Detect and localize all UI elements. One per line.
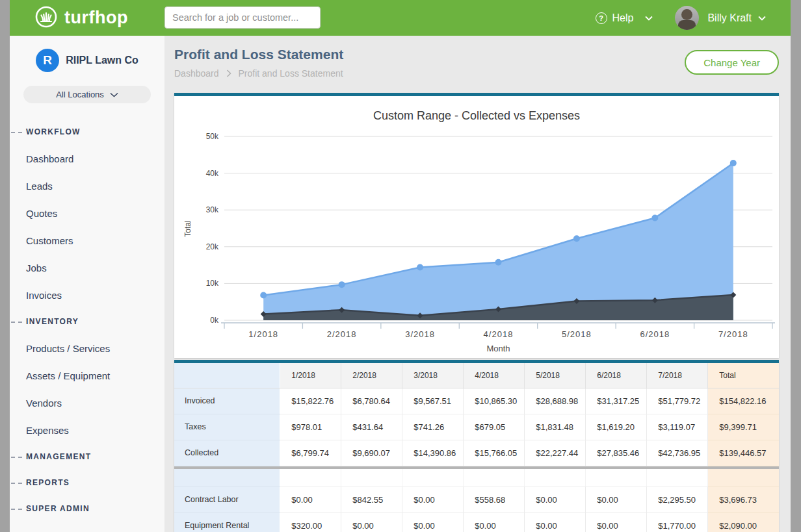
- table-cell: $27,835.46: [586, 440, 647, 466]
- table-cell: $15,766.05: [464, 440, 525, 466]
- table-cell: $0.00: [525, 487, 586, 513]
- table-cell: $1,619.20: [586, 414, 647, 440]
- help-label: Help: [612, 12, 634, 24]
- row-total: $9,399.71: [708, 414, 779, 440]
- x-axis-label: Month: [486, 344, 510, 353]
- collected-point-1-2018[interactable]: [260, 292, 267, 299]
- table-cell: $842.55: [341, 487, 402, 513]
- sidebar-nav: WORKFLOWDashboardLeadsQuotesCustomersJob…: [10, 119, 164, 522]
- table-cell: $42,736.95: [647, 440, 708, 466]
- sidebar-item-customers[interactable]: Customers: [10, 227, 164, 254]
- table-cell: $0.00: [525, 513, 586, 532]
- search-input[interactable]: [164, 6, 321, 29]
- collected-point-6-2018[interactable]: [651, 214, 658, 221]
- y-tick-label: 0k: [210, 316, 219, 325]
- y-tick-label: 40k: [206, 169, 219, 178]
- table-cell: $679.05: [464, 414, 525, 440]
- sidebar-section-workflow[interactable]: WORKFLOW: [10, 119, 164, 145]
- sidebar-item-jobs[interactable]: Jobs: [10, 254, 164, 281]
- y-axis-label: Total: [183, 220, 192, 236]
- table-card: 1/20182/20183/20184/20185/20186/20187/20…: [174, 360, 779, 532]
- user-name[interactable]: Billy Kraft: [707, 12, 752, 24]
- table-row-taxes: Taxes$978.01$431.64$741.26$679.05$1,831.…: [174, 414, 779, 440]
- x-tick-label: 2/2018: [327, 329, 357, 339]
- sidebar-item-invoices[interactable]: Invoices: [10, 281, 164, 309]
- profit-loss-table: 1/20182/20183/20184/20185/20186/20187/20…: [174, 363, 779, 532]
- collected-area-series: [260, 160, 737, 320]
- breadcrumb-current: Profit and Loss Statement: [239, 68, 343, 79]
- location-chevron-down-icon: [110, 92, 118, 97]
- column-header-7-2018: 7/2018: [647, 363, 708, 388]
- table-cell: $1,770.00: [647, 513, 708, 532]
- table-spacer-row: [174, 469, 779, 487]
- table-cell: $22,227.44: [525, 440, 586, 466]
- table-cell: $6,780.64: [341, 388, 402, 414]
- table-cell: $14,390.86: [402, 440, 464, 466]
- row-total: $2,090.00: [708, 513, 779, 532]
- table-cell: $9,690.07: [341, 440, 402, 466]
- sidebar-section-super-admin[interactable]: SUPER ADMIN: [10, 496, 164, 522]
- table-row-collected: Collected$6,799.74$9,690.07$14,390.86$15…: [174, 440, 779, 466]
- row-label: Collected: [174, 440, 280, 466]
- sidebar: R RIIPL Lawn Co All Locations WORKFLOWDa…: [10, 36, 164, 532]
- row-total: $139,446.57: [708, 440, 779, 466]
- help-menu[interactable]: ? Help: [596, 12, 653, 24]
- collected-point-7-2018[interactable]: [730, 160, 737, 166]
- company-logo: R: [36, 49, 59, 72]
- table-cell: $9,567.51: [402, 388, 464, 414]
- column-header-6-2018: 6/2018: [586, 363, 647, 388]
- y-tick-label: 20k: [206, 242, 219, 251]
- table-row-invoiced: Invoiced$15,822.76$6,780.64$9,567.51$10,…: [174, 388, 779, 414]
- sidebar-item-leads[interactable]: Leads: [10, 172, 164, 199]
- sidebar-item-vendors[interactable]: Vendors: [10, 389, 164, 416]
- row-total: $154,822.16: [708, 388, 779, 414]
- company-header: R RIIPL Lawn Co: [10, 49, 164, 72]
- profit-loss-chart: Custom Range - Collected vs Expenses0k10…: [174, 96, 779, 358]
- turfhop-brand[interactable]: turfhop: [34, 5, 128, 31]
- x-tick-label: 6/2018: [640, 329, 670, 339]
- column-header-2-2018: 2/2018: [341, 363, 402, 388]
- navbar-right: ? Help Billy Kraft: [596, 6, 766, 30]
- column-header-5-2018: 5/2018: [525, 363, 586, 388]
- chart-card: Custom Range - Collected vs Expenses0k10…: [174, 93, 779, 358]
- left-scrollbar-strip[interactable]: [0, 0, 10, 532]
- breadcrumb-chevron-icon: [226, 70, 231, 77]
- table-cell: $320.00: [280, 513, 341, 532]
- row-label: Taxes: [174, 414, 280, 440]
- table-cell: $31,317.25: [586, 388, 647, 414]
- main-content: Profit and Loss Statement Dashboard Prof…: [164, 36, 791, 532]
- y-tick-label: 10k: [206, 279, 219, 288]
- chart-title: Custom Range - Collected vs Expenses: [373, 109, 580, 122]
- change-year-button[interactable]: Change Year: [685, 50, 779, 75]
- collected-point-2-2018[interactable]: [339, 281, 345, 288]
- collected-point-4-2018[interactable]: [495, 259, 502, 266]
- location-selector[interactable]: All Locations: [23, 86, 151, 103]
- table-cell: $431.64: [341, 414, 402, 440]
- collected-point-3-2018[interactable]: [417, 264, 423, 271]
- sidebar-item-quotes[interactable]: Quotes: [10, 199, 164, 227]
- company-name: RIIPL Lawn Co: [66, 55, 138, 66]
- column-header-blank: [174, 363, 280, 388]
- user-chevron-down-icon[interactable]: [758, 16, 766, 21]
- collected-point-5-2018[interactable]: [573, 235, 580, 242]
- table-cell: $0.00: [586, 487, 647, 513]
- brand-name: turfhop: [64, 8, 128, 28]
- sidebar-section-management[interactable]: MANAGEMENT: [10, 444, 164, 470]
- sidebar-item-expenses[interactable]: Expenses: [10, 416, 164, 444]
- sidebar-section-inventory[interactable]: INVENTORY: [10, 309, 164, 335]
- right-scrollbar-strip[interactable]: [791, 0, 801, 532]
- table-cell: $0.00: [280, 487, 341, 513]
- y-tick-label: 30k: [206, 205, 219, 214]
- column-header-3-2018: 3/2018: [402, 363, 464, 388]
- sidebar-section-reports[interactable]: REPORTS: [10, 470, 164, 496]
- user-avatar[interactable]: [675, 6, 699, 30]
- x-tick-label: 3/2018: [405, 329, 435, 339]
- help-chevron-down-icon: [645, 16, 653, 21]
- table-cell: $3,119.07: [647, 414, 708, 440]
- sidebar-item-products-services[interactable]: Products / Services: [10, 335, 164, 362]
- sidebar-item-dashboard[interactable]: Dashboard: [10, 145, 164, 172]
- sidebar-item-assets-equipment[interactable]: Assets / Equipment: [10, 362, 164, 389]
- table-cell: $51,779.72: [647, 388, 708, 414]
- breadcrumb-dashboard[interactable]: Dashboard: [174, 68, 219, 79]
- table-header-row: 1/20182/20183/20184/20185/20186/20187/20…: [174, 363, 779, 388]
